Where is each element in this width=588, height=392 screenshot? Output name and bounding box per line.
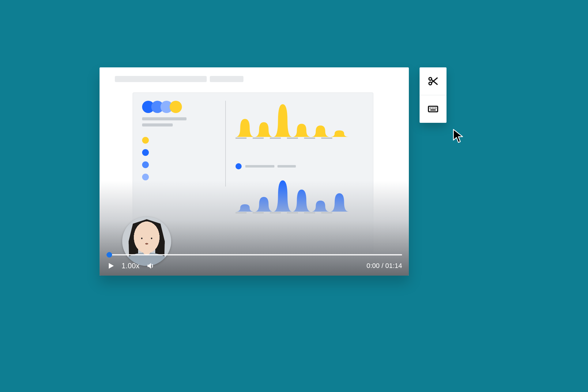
text-placeholder <box>245 165 274 168</box>
text-placeholder <box>142 117 187 120</box>
floating-toolbar <box>420 67 447 123</box>
video-progress-handle[interactable] <box>107 252 112 258</box>
palette-dot-yellow <box>170 101 182 113</box>
chart-yellow-area <box>236 100 349 137</box>
keyboard-icon <box>428 104 439 115</box>
text-placeholder <box>277 165 296 168</box>
video-time-separator: / <box>380 262 385 270</box>
video-controls-bar: 1.00x 0:00 / 01:14 <box>106 262 402 270</box>
video-duration: 01:14 <box>385 262 402 270</box>
title-placeholder <box>115 76 207 82</box>
playback-speed[interactable]: 1.00x <box>122 262 140 270</box>
legend-item <box>142 149 217 156</box>
legend <box>142 137 217 180</box>
mouse-cursor-icon <box>453 129 465 144</box>
volume-icon <box>146 262 155 270</box>
volume-button[interactable] <box>146 262 155 270</box>
video-progress-bar[interactable] <box>106 254 402 255</box>
chart-x-ticks <box>236 138 332 139</box>
legend-item <box>142 161 217 168</box>
legend-dot-light-blue <box>142 174 149 180</box>
legend-dot-mid-blue <box>142 161 149 168</box>
title-placeholder <box>210 76 243 82</box>
legend-dot-yellow <box>142 137 149 144</box>
play-button[interactable] <box>106 262 115 270</box>
palette-dots <box>142 101 217 113</box>
scissors-icon <box>428 76 439 87</box>
presentation-right-column <box>236 100 358 212</box>
video-player-card: 1.00x 0:00 / 01:14 <box>100 67 409 276</box>
presentation-left-column <box>142 101 217 180</box>
presenter-avatar <box>122 217 171 266</box>
legend-dot-blue <box>142 149 149 156</box>
video-current-time: 0:00 <box>367 262 380 270</box>
legend-item <box>142 137 217 144</box>
chart-blue-header <box>236 163 358 169</box>
panel-divider <box>225 101 226 187</box>
presentation-panel <box>133 92 373 252</box>
text-placeholder <box>142 123 173 126</box>
chart-x-ticks <box>236 212 332 213</box>
chart-blue-area <box>236 175 349 212</box>
trim-button[interactable] <box>420 67 447 95</box>
captions-button[interactable] <box>420 95 447 123</box>
chart-header-dot <box>236 163 242 169</box>
play-icon <box>106 262 115 270</box>
legend-item <box>142 174 217 180</box>
svg-rect-2 <box>428 106 438 112</box>
video-time-display: 0:00 / 01:14 <box>367 262 402 270</box>
